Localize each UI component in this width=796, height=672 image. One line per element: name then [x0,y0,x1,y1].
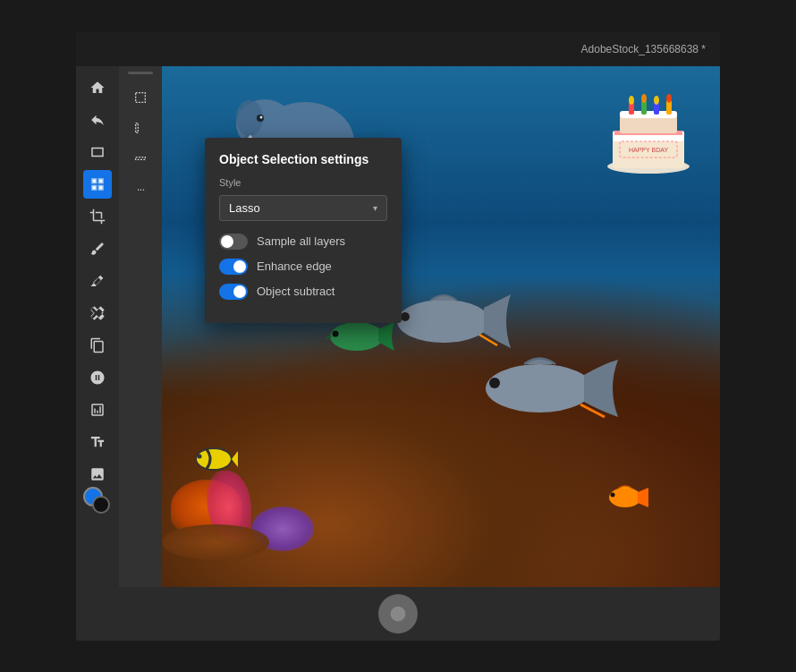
object-subtract-label: Object subtract [257,285,334,298]
enhance-edge-row: Enhance edge [219,259,387,275]
col-marquee-icon [133,121,148,135]
sample-all-layers-row: Sample all layers [219,234,387,250]
svg-point-9 [489,378,500,388]
panel-handle [128,72,153,74]
svg-point-38 [611,492,615,497]
app-window: AdobeStock_135668638 * [76,32,720,641]
style-label: Style [219,177,387,188]
brush-icon [89,241,106,257]
row-marquee-icon [133,151,148,166]
svg-point-6 [397,300,490,343]
svg-point-11 [333,330,339,336]
object-select-icon [89,176,106,192]
more-dots-icon: ··· [137,182,145,196]
style-dropdown[interactable]: Lasso ▾ [219,195,387,221]
object-subtract-row: Object subtract [219,284,387,300]
title-bar: AdobeStock_135668638 * [76,32,720,66]
dropdown-arrow-icon: ▾ [373,203,377,213]
bottom-bar [76,587,720,641]
background-color[interactable] [92,496,110,514]
canvas-image[interactable]: HAPPY BDAY Object Selection settings S [162,66,720,587]
svg-point-31 [629,96,634,105]
color-swatches[interactable] [83,487,112,515]
reef-fish-small [604,483,648,515]
clone-icon [89,337,106,353]
object-selection-settings-popup: Object Selection settings Style Lasso ▾ … [205,138,402,323]
touch-icon [389,605,407,623]
svg-point-8 [486,364,593,413]
svg-point-33 [654,96,659,105]
svg-point-16 [260,115,263,118]
row-marquee-btn[interactable] [126,144,155,173]
canvas-area: HAPPY BDAY Object Selection settings S [162,66,720,587]
move-tool[interactable] [83,106,112,134]
text-icon [89,434,106,450]
svg-point-34 [666,94,672,103]
popup-title: Object Selection settings [219,152,387,166]
transform-tool[interactable] [83,396,112,424]
healing-tool[interactable] [83,299,112,327]
tool-group-panel: ··· [119,66,162,587]
dodge-icon [89,370,106,386]
svg-point-10 [330,322,384,351]
object-subtract-toggle[interactable] [219,284,248,300]
image-tool[interactable] [83,460,112,489]
crop-tool[interactable] [83,202,112,231]
left-toolbar [76,66,119,587]
toggle-knob [221,235,233,248]
svg-point-32 [641,94,647,103]
sample-all-layers-label: Sample all layers [257,234,345,248]
svg-point-37 [609,488,641,507]
main-area: ··· [76,66,720,587]
dodge-tool[interactable] [83,363,112,392]
object-select-tool[interactable] [83,170,112,199]
svg-point-7 [401,312,410,321]
eraser-tool[interactable] [83,267,112,295]
image-icon [89,466,106,482]
text-tool[interactable] [83,428,112,456]
col-marquee-btn[interactable] [126,114,155,142]
sample-all-layers-toggle[interactable] [219,234,248,250]
transform-icon [89,402,106,418]
toggle-knob [233,285,246,298]
crop-icon [89,208,106,225]
svg-text:HAPPY BDAY: HAPPY BDAY [629,147,668,153]
birthday-cake: HAPPY BDAY [604,93,693,182]
green-fish [323,317,394,361]
svg-rect-22 [613,138,684,168]
toggle-knob [233,260,246,273]
enhance-edge-toggle[interactable] [219,259,248,275]
rect-marquee-btn[interactable] [126,83,155,112]
document-title: AdobeStock_135668638 * [581,43,706,55]
svg-point-2 [198,454,202,458]
move-icon [89,112,106,128]
grey-fish-3 [475,353,618,428]
enhance-edge-label: Enhance edge [257,259,332,273]
home-icon [89,80,106,96]
rock-1 [162,524,269,560]
more-tools-btn[interactable]: ··· [126,174,155,203]
grey-fish-2 [385,290,511,356]
style-dropdown-value: Lasso [229,201,260,215]
eraser-icon [89,273,106,289]
tropical-fish-1 [189,442,238,480]
rect-marquee-icon [133,90,148,105]
brush-tool[interactable] [83,234,112,263]
lasso-tool[interactable] [83,138,112,166]
touch-shortcut-button[interactable] [378,594,418,634]
lasso-icon [89,144,106,160]
clone-tool[interactable] [83,331,112,360]
home-button[interactable] [83,73,112,102]
healing-icon [89,305,106,321]
